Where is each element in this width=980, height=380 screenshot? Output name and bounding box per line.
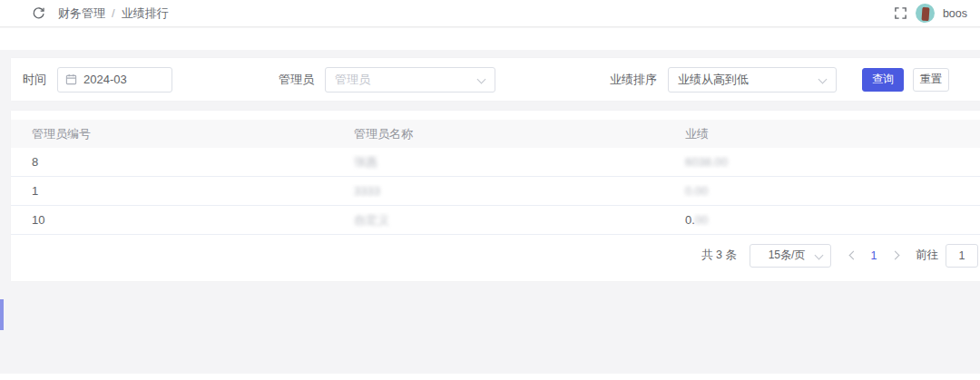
page-number-current[interactable]: 1 <box>863 249 885 262</box>
tags-view-bar <box>0 28 980 50</box>
table-card: 管理员编号 管理员名称 业绩 8 张惠 6038.00 1 3333 0.00 … <box>11 111 980 281</box>
bottom-strip <box>0 374 980 380</box>
goto-page-label: 前往 <box>916 248 938 263</box>
chevron-right-icon <box>890 251 899 260</box>
chevron-down-icon <box>818 74 828 83</box>
breadcrumb: 财务管理 / 业绩排行 <box>58 5 169 22</box>
table-row: 8 张惠 6038.00 <box>11 148 980 177</box>
table-header-row: 管理员编号 管理员名称 业绩 <box>11 120 980 148</box>
cell-performance-masked: 0.00 <box>685 184 708 198</box>
table-row: 10 自定义 0.00 <box>11 206 980 235</box>
time-filter-label: 时间 <box>23 72 46 88</box>
refresh-icon[interactable] <box>31 6 45 21</box>
column-header-admin-id: 管理员编号 <box>11 126 333 142</box>
left-scroll-handle[interactable] <box>0 299 4 330</box>
top-navbar: 财务管理 / 业绩排行 boos <box>0 0 980 27</box>
sort-select[interactable]: 业绩从高到低 <box>668 67 837 93</box>
pagination-bar: 共 3 条 15条/页 1 前往 <box>11 235 980 276</box>
pagination-total: 共 3 条 <box>701 248 737 263</box>
admin-select-placeholder: 管理员 <box>335 72 370 88</box>
cell-admin-id: 1 <box>11 184 333 198</box>
cell-performance-masked: 00 <box>695 213 708 227</box>
cell-admin-name-masked: 自定义 <box>354 213 389 227</box>
column-header-performance: 业绩 <box>664 126 980 142</box>
next-page-button[interactable] <box>885 252 905 258</box>
goto-page-input[interactable] <box>946 244 978 268</box>
chevron-down-icon <box>815 250 824 259</box>
fullscreen-icon[interactable] <box>894 6 907 20</box>
cell-admin-name-masked: 张惠 <box>354 155 377 169</box>
page-size-select[interactable]: 15条/页 <box>750 244 831 268</box>
breadcrumb-item-finance[interactable]: 财务管理 <box>58 5 105 22</box>
cell-performance-masked: 6038.00 <box>685 155 728 169</box>
cell-admin-id: 8 <box>11 155 333 169</box>
filter-card: 时间 2024-03 管理员 管理员 业绩排序 业绩从高到低 查询 重置 <box>11 58 980 101</box>
column-header-admin-name: 管理员名称 <box>333 126 664 142</box>
time-picker-input[interactable]: 2024-03 <box>57 67 172 93</box>
page-size-value: 15条/页 <box>769 248 806 263</box>
avatar-photo <box>921 7 929 22</box>
chevron-down-icon <box>477 74 486 83</box>
admin-filter-label: 管理员 <box>279 72 314 88</box>
cell-admin-name-masked: 3333 <box>354 184 380 198</box>
time-picker-value: 2024-03 <box>83 73 127 86</box>
reset-button[interactable]: 重置 <box>913 68 949 92</box>
sort-filter-label: 业绩排序 <box>610 72 657 88</box>
table-row: 1 3333 0.00 <box>11 177 980 206</box>
cell-performance-visible: 0. <box>685 213 695 227</box>
calendar-icon <box>65 73 77 85</box>
admin-select[interactable]: 管理员 <box>325 67 495 93</box>
navbar-right: boos <box>894 4 967 23</box>
breadcrumb-separator: / <box>112 6 115 20</box>
chevron-left-icon <box>848 251 858 260</box>
breadcrumb-item-ranking: 业绩排行 <box>122 5 169 22</box>
avatar[interactable] <box>916 4 935 23</box>
prev-page-button[interactable] <box>843 252 863 258</box>
search-button[interactable]: 查询 <box>862 68 904 92</box>
cell-admin-id: 10 <box>11 213 333 227</box>
username[interactable]: boos <box>943 7 967 20</box>
sort-select-value: 业绩从高到低 <box>678 72 749 88</box>
